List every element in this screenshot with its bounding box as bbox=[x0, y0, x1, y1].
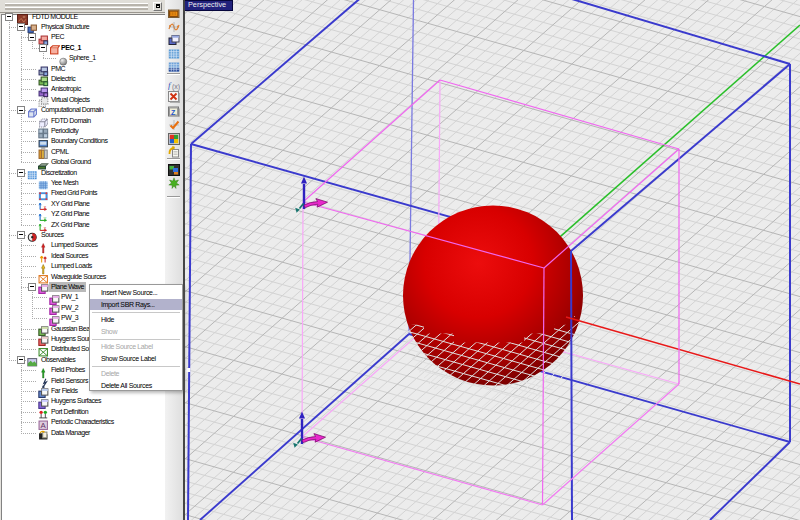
svg-text:Z: Z bbox=[171, 109, 176, 116]
